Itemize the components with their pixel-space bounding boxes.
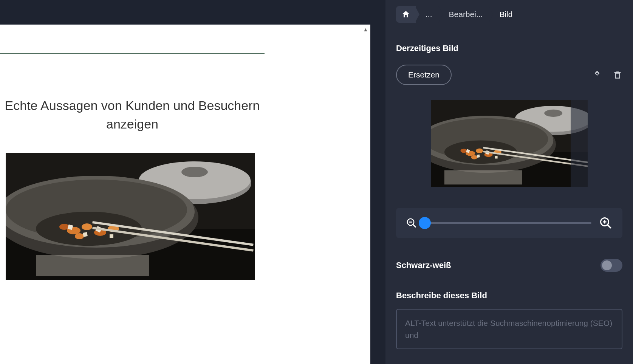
scrollbar-up-arrow[interactable]: ▲ [361,25,370,34]
action-icon-group [592,70,622,80]
editor-canvas: ▲ Echte Aussagen von Kunden und Besucher… [0,0,385,364]
svg-point-26 [544,110,562,117]
bw-toggle[interactable] [600,259,622,272]
breadcrumb-edit[interactable]: Bearbei... [439,6,490,23]
svg-rect-21 [36,255,149,276]
zoom-slider-handle[interactable] [419,217,431,229]
bw-toggle-row: Schwarz-weiß [396,259,622,272]
section-heading[interactable]: Echte Aussagen von Kunden und Besuchern … [0,96,265,134]
svg-point-4 [181,167,208,177]
section-divider [0,53,265,54]
zoom-slider[interactable] [425,222,591,224]
toggle-knob [602,260,612,270]
svg-point-32 [476,149,483,153]
describe-label: Beschreibe dieses Bild [396,291,622,300]
trash-icon[interactable] [613,70,622,80]
svg-point-34 [471,155,477,160]
svg-rect-40 [495,156,498,159]
zoom-in-icon[interactable] [599,216,613,230]
svg-rect-18 [110,234,113,238]
selected-image[interactable] [6,153,255,280]
current-image-label: Derzeitiges Bild [396,43,622,53]
svg-rect-43 [444,170,522,184]
svg-point-10 [82,223,92,230]
breadcrumb: ... Bearbei... Bild [396,0,622,28]
zoom-out-icon[interactable] [406,217,417,229]
properties-panel: ... Bearbei... Bild Derzeitiges Bild Ers… [385,0,633,364]
bw-label: Schwarz-weiß [396,260,451,270]
breadcrumb-current: Bild [489,6,519,23]
page-content: Echte Aussagen von Kunden und Besuchern … [0,53,361,364]
wok-photo [6,153,255,280]
wok-photo-thumb [431,100,588,187]
page-preview: ▲ Echte Aussagen von Kunden und Besucher… [0,25,370,364]
svg-line-45 [413,225,416,228]
svg-line-48 [608,225,611,228]
svg-point-13 [59,224,69,230]
svg-point-35 [460,149,467,153]
replace-button[interactable]: Ersetzen [396,65,452,85]
zoom-control [396,208,622,238]
svg-rect-16 [83,232,88,237]
home-icon [401,10,410,19]
image-preview[interactable] [431,100,588,187]
crop-overlay [571,100,588,187]
svg-point-12 [75,233,84,239]
image-preview-wrap [396,100,622,187]
diamond-icon[interactable] [592,70,602,80]
svg-rect-38 [477,155,480,158]
alt-text-input[interactable]: ALT-Text unterstützt die Suchmaschinenop… [396,309,622,349]
breadcrumb-home[interactable] [396,6,416,23]
image-actions: Ersetzen [396,65,622,85]
